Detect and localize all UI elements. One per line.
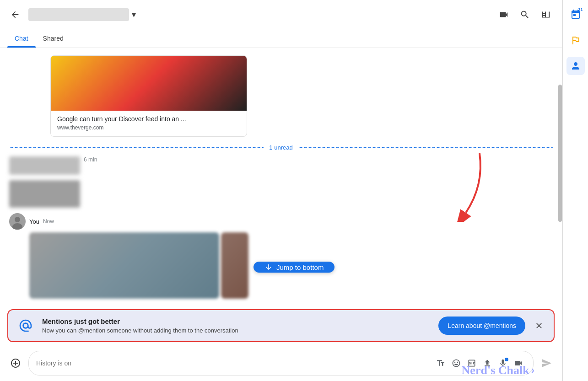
send-button[interactable] — [538, 355, 555, 371]
open-panel-button[interactable] — [537, 6, 555, 23]
learn-about-mentions-button[interactable]: Learn about @mentions — [438, 317, 525, 335]
sidebar-calendar-button[interactable]: 31 — [566, 5, 585, 24]
contact-dropdown-icon[interactable]: ▾ — [132, 10, 136, 20]
chat-tabs: Chat Shared — [0, 29, 562, 48]
close-banner-button[interactable] — [533, 319, 545, 332]
link-preview-url: www.theverge.com — [57, 124, 240, 131]
mentions-title: Mentions just got better — [42, 317, 431, 325]
jump-down-icon — [264, 263, 273, 271]
add-button[interactable] — [7, 355, 24, 371]
tab-chat[interactable]: Chat — [7, 29, 36, 48]
at-mention-icon — [16, 317, 35, 335]
contact-name-area: ▾ — [28, 8, 490, 21]
sidebar-tasks-button[interactable] — [566, 31, 585, 49]
link-preview-image — [51, 56, 247, 111]
contact-name-blurred — [28, 8, 129, 21]
mentions-subtitle: Now you can @mention someone without add… — [42, 327, 431, 334]
video-call-button[interactable] — [495, 6, 512, 23]
search-button[interactable] — [516, 6, 534, 23]
watermark-text: Nerd's Chalk — [462, 364, 529, 377]
you-avatar — [9, 213, 26, 230]
header-icons — [495, 6, 555, 23]
mentions-text-block: Mentions just got better Now you can @me… — [42, 317, 431, 334]
right-sidebar: 31 — [562, 0, 588, 381]
blurred-message-image — [9, 180, 80, 208]
unread-line-right — [298, 147, 553, 148]
you-sender-label: You — [29, 218, 39, 225]
unread-line-left — [9, 147, 264, 148]
link-preview-title: Google can turn your Discover feed into … — [57, 115, 240, 123]
jump-to-bottom-button[interactable]: Jump to bottom — [254, 262, 334, 273]
link-preview-card: Google can turn your Discover feed into … — [50, 55, 247, 137]
back-button[interactable] — [7, 7, 23, 22]
mic-indicator — [505, 358, 508, 361]
message-input-field[interactable] — [36, 360, 433, 367]
jump-to-bottom-label: Jump to bottom — [276, 263, 324, 271]
unread-label: 1 unread — [269, 144, 292, 151]
message-time: 6 min — [84, 156, 97, 163]
watermark-area: Nerd's Chalk › — [462, 364, 534, 377]
message-input[interactable] — [28, 351, 534, 376]
chat-scrollable: Google can turn your Discover feed into … — [0, 48, 562, 309]
you-message-group: You Now — [9, 213, 553, 299]
svg-point-1 — [15, 217, 20, 222]
mentions-banner: Mentions just got better Now you can @me… — [7, 309, 555, 342]
tab-shared[interactable]: Shared — [36, 29, 71, 48]
format-text-button[interactable] — [433, 356, 448, 370]
you-image-main — [29, 232, 219, 299]
red-arrow — [452, 149, 489, 224]
chat-header: ▾ — [0, 0, 562, 29]
you-image-small — [221, 232, 248, 299]
blurred-avatar — [9, 156, 80, 175]
sidebar-contacts-button[interactable] — [566, 57, 585, 75]
link-preview-text: Google can turn your Discover feed into … — [51, 111, 247, 136]
watermark-arrow: › — [531, 365, 534, 376]
you-time-label: Now — [43, 218, 54, 225]
scroll-indicator — [558, 85, 562, 222]
